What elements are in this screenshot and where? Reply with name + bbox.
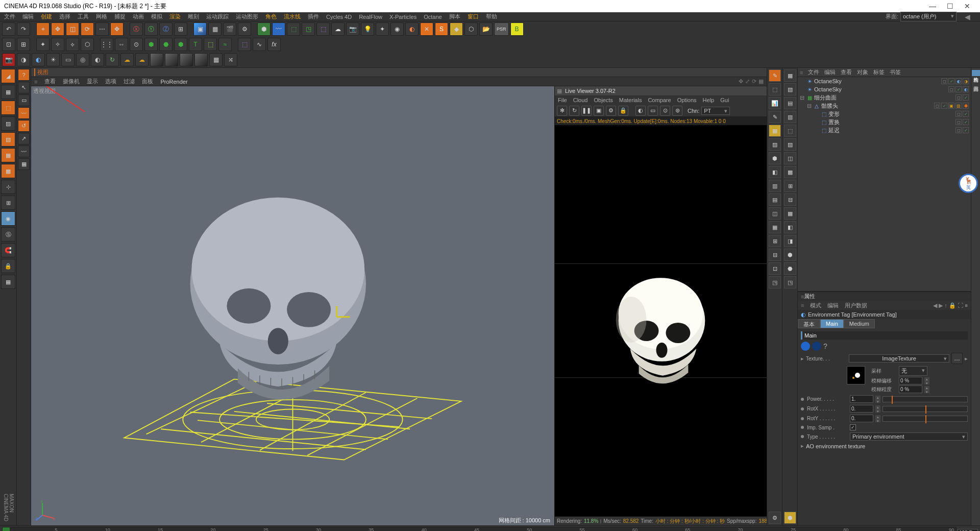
rt-b-16[interactable]: ◳ [784,276,796,288]
fracture-button[interactable]: ⬣ [159,38,173,51]
menu-pipeline[interactable]: 流水线 [284,13,301,20]
locked-tool[interactable]: ✥ [110,22,124,36]
object-name[interactable]: 细分曲面 [813,94,955,102]
octane-fog-button[interactable]: ☁ [135,53,149,66]
bluroffset-input[interactable] [899,377,922,384]
scale-tool[interactable]: ◫ [66,22,79,36]
power-slider[interactable] [883,396,968,402]
object-name[interactable]: OctaneSky [813,86,948,92]
power-spinner[interactable]: ▴▾ [875,396,880,403]
add-primitive-button[interactable]: ⬢ [257,22,271,36]
lv-menu-objects[interactable]: Objects [594,97,612,103]
lv-settings-button[interactable]: ⚙ [606,106,616,116]
redo-button[interactable]: ↷ [17,22,30,36]
om-tab-file[interactable]: 文件 [808,68,819,76]
rt-a-16[interactable]: ◳ [769,276,781,288]
tag-env[interactable]: ◐ [963,86,969,92]
array-tool-2[interactable]: ◦◦ [115,38,128,51]
undo-button[interactable]: ↶ [2,22,15,36]
om-tab-edit[interactable]: 编辑 [824,68,836,76]
menu-select[interactable]: 选择 [59,13,70,20]
object-mode[interactable]: ⬚ [1,101,15,115]
live-select-tool[interactable]: ⌖ [36,22,50,36]
blurscale-input[interactable] [899,385,922,393]
rt-b-5[interactable]: ⬚ [784,125,796,137]
fill-select-tool[interactable]: ▦ [18,158,30,170]
make-editable-button[interactable]: ◢ [1,69,15,83]
type-dropdown[interactable]: Primary environment [850,432,968,441]
vp-menu-filter[interactable]: 过滤 [124,78,135,85]
menu-create[interactable]: 创建 [41,13,52,20]
plugin-tool-3[interactable]: ◆ [450,22,463,36]
point-mode[interactable]: ▧ [1,132,15,147]
rt-b-12[interactable]: ◧ [784,221,796,233]
effector-button[interactable]: ⬚ [238,38,251,51]
rt-b-last[interactable]: ⬢ [784,512,796,524]
attr-tab-main[interactable]: Main [820,319,844,328]
axis-x-toggle[interactable]: Ⓧ [130,22,143,36]
side-tab-structure[interactable]: 构造 [972,70,980,76]
axis-mode[interactable]: ⊹ [1,180,15,194]
octane-mat-mix[interactable] [194,53,208,66]
lasso-select-tool[interactable]: 〰 [18,107,30,119]
lv-menu-options[interactable]: Options [677,97,697,103]
menu-xparticles[interactable]: X-Particles [389,14,416,20]
tracer-button[interactable]: ⬚ [204,38,217,51]
rt-b-6[interactable]: ▨ [784,138,796,151]
tag-vis[interactable]: ◻ [941,78,947,84]
texture-dropdown[interactable]: ImageTexture [849,354,949,363]
lv-pick-button[interactable]: ⊚ [672,106,682,116]
lv-menu-cloud[interactable]: Cloud [573,97,588,103]
rt-b-9[interactable]: ⊞ [784,180,796,192]
add-generator-button[interactable]: ⬚ [287,22,300,36]
octane-spot-button[interactable]: ◐ [91,53,104,66]
add-deformer-button[interactable]: ⬚ [316,22,330,36]
psr-button[interactable]: PSR [494,22,509,36]
tag-vis[interactable]: ◻ [955,127,962,133]
lv-region-button[interactable]: ▣ [594,106,604,116]
rt-a-11[interactable]: ◫ [769,207,781,220]
tag-vis[interactable]: ◻ [955,94,962,101]
tag-oct[interactable]: ⬢ [963,103,969,109]
menu-octane[interactable]: Octane [424,14,442,20]
ring-select-tool[interactable]: ↗ [18,133,30,144]
menu-render[interactable]: 渲染 [169,13,181,20]
tag-uv[interactable]: ▨ [955,103,962,109]
rt-a-5[interactable]: ▦ [769,125,781,137]
add-spline-button[interactable]: 〰 [272,22,285,36]
octane-target-button[interactable]: ◎ [76,53,89,66]
om-tab-bookmarks[interactable]: 书签 [890,68,901,76]
lv-restart-button[interactable]: ✻ [557,106,567,116]
help-icon[interactable]: ? [18,69,30,81]
array-tool-1[interactable]: ⋮⋮ [100,38,113,51]
tag-sel[interactable]: ✓ [941,103,947,109]
rt-a-2[interactable]: ⬚ [769,83,781,95]
tag-sel[interactable]: ✓ [963,94,969,101]
vp-max-icon[interactable]: ▦ [758,78,764,85]
attr-menu-edit[interactable]: 编辑 [827,302,839,309]
object-row[interactable]: ☀OctaneSky◻✓◐ [798,85,971,93]
object-row[interactable]: ⬚延迟◻✓ [798,126,971,134]
menu-snap[interactable]: 捕捉 [114,13,126,20]
menu-cycles4d[interactable]: Cycles 4D [326,14,352,20]
menu-plugins[interactable]: 插件 [308,13,319,20]
attr-menu-userdata[interactable]: 用户数据 [845,302,867,309]
rotx-slider[interactable] [883,406,968,412]
rt-a-13[interactable]: ⊞ [769,235,781,247]
help-icon[interactable]: ? [823,342,827,350]
lv-menu-gui[interactable]: Gui [720,97,729,103]
menubar-collapse[interactable]: ◀ [959,13,976,21]
octane-sun-button[interactable]: ☀ [46,53,60,66]
env-icon-a[interactable] [801,342,810,351]
tag-phong[interactable]: ▣ [948,103,954,109]
rect-select-tool[interactable]: ▭ [18,94,30,106]
attr-menu-mode[interactable]: 模式 [810,302,821,309]
lv-channel-dropdown[interactable]: PT [701,107,730,115]
rt-a-12[interactable]: ▦ [769,221,781,233]
power-input[interactable] [850,395,873,403]
rt-a-1[interactable]: ✎ [769,69,781,82]
vp-menu-panel[interactable]: 面板 [142,78,153,85]
outline-select-tool[interactable]: 〰 [18,146,30,157]
axis-z-toggle[interactable]: Ⓩ [159,22,173,36]
octane-mat-diffuse[interactable] [150,53,163,66]
